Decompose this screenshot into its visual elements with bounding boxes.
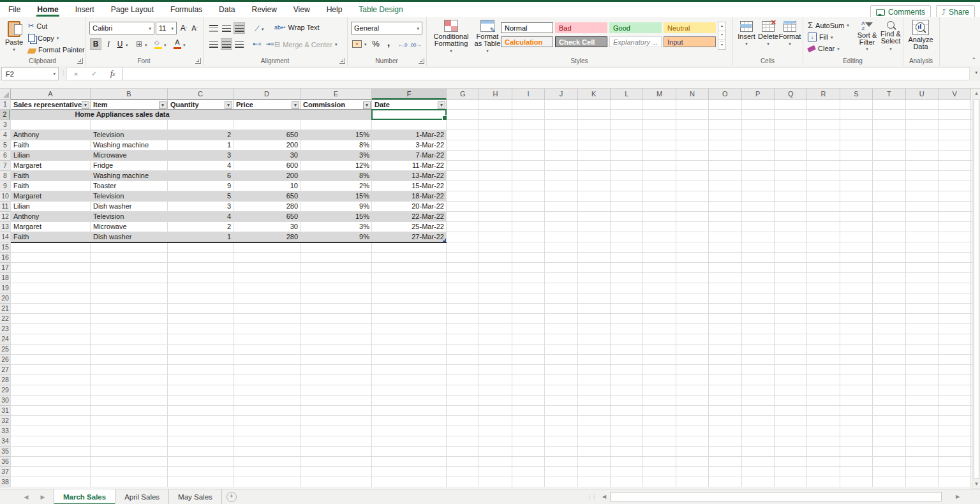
center-button[interactable] bbox=[221, 38, 232, 50]
conditional-formatting-button[interactable]: Conditional Formatting ▾ bbox=[433, 20, 470, 53]
underline-options-caret[interactable]: ▾ bbox=[126, 43, 128, 47]
row-header-16[interactable]: 16 bbox=[0, 253, 11, 263]
row-header-5[interactable]: 5 bbox=[0, 140, 11, 151]
vertical-scrollbar[interactable]: ▲ ▼ bbox=[972, 89, 980, 489]
cell-style-check-cell[interactable]: Check Cell bbox=[555, 36, 607, 47]
table-cell[interactable]: 15% bbox=[301, 130, 372, 140]
table-cell[interactable]: Washing machine bbox=[91, 140, 168, 151]
table-cell[interactable]: 27-Mar-22 bbox=[372, 232, 447, 242]
row-header-10[interactable]: 10 bbox=[0, 191, 11, 202]
table-cell[interactable]: 30 bbox=[234, 222, 301, 232]
table-cell[interactable]: 1 bbox=[168, 140, 234, 151]
column-header-N[interactable]: N bbox=[676, 89, 709, 100]
row-header-4[interactable]: 4 bbox=[0, 130, 11, 140]
row-header-19[interactable]: 19 bbox=[0, 283, 11, 293]
column-header-R[interactable]: R bbox=[807, 89, 840, 100]
table-cell[interactable]: Television bbox=[91, 130, 168, 140]
sheet-nav-right-icon[interactable]: ▶ bbox=[34, 489, 51, 504]
sort-filter-button[interactable]: AZ Sort & Filter ▾ bbox=[855, 21, 879, 51]
font-size-combo[interactable]: 11 ▾ bbox=[156, 22, 177, 34]
fill-color-button[interactable]: ◇ bbox=[152, 38, 164, 50]
table-cell[interactable]: 3-Mar-22 bbox=[372, 140, 447, 151]
row-header-31[interactable]: 31 bbox=[0, 406, 11, 416]
selected-cell[interactable] bbox=[371, 109, 447, 120]
ribbon-tab-formulas[interactable]: Formulas bbox=[162, 2, 211, 17]
italic-button[interactable]: I bbox=[103, 38, 114, 50]
table-cell[interactable]: 6 bbox=[168, 171, 234, 181]
vertical-scroll-thumb[interactable] bbox=[974, 99, 979, 479]
row-header-35[interactable]: 35 bbox=[0, 447, 11, 457]
row-header-8[interactable]: 8 bbox=[0, 171, 11, 181]
collapse-ribbon-button[interactable]: ⌃ bbox=[971, 57, 976, 63]
table-cell[interactable]: Faith bbox=[11, 232, 91, 242]
table-header-price[interactable]: Price▾ bbox=[234, 100, 301, 110]
table-header-date[interactable]: Date▾ bbox=[372, 100, 447, 110]
scroll-right-icon[interactable]: ▶ bbox=[953, 494, 962, 500]
wrap-text-button[interactable]: ab↩ Wrap Text bbox=[274, 24, 320, 31]
row-header-28[interactable]: 28 bbox=[0, 375, 11, 385]
table-cell[interactable]: 600 bbox=[234, 161, 301, 171]
sheet-tab-april-sales[interactable]: April Sales bbox=[115, 489, 169, 504]
column-header-D[interactable]: D bbox=[234, 89, 301, 100]
decrease-decimal-button[interactable]: .00→ bbox=[410, 39, 421, 50]
name-box[interactable]: F2 ▾ bbox=[1, 67, 59, 80]
formula-bar-expand-icon[interactable]: ▾ bbox=[975, 70, 977, 75]
column-header-B[interactable]: B bbox=[91, 89, 168, 100]
table-cell[interactable]: 30 bbox=[234, 151, 301, 161]
table-cell[interactable]: Anthony bbox=[11, 212, 91, 222]
insert-cells-button[interactable]: Insert ▾ bbox=[736, 21, 757, 46]
row-header-22[interactable]: 22 bbox=[0, 314, 11, 324]
table-cell[interactable]: Dish washer bbox=[91, 232, 168, 242]
shrink-font-button[interactable]: Aˇ bbox=[189, 22, 200, 34]
table-cell[interactable]: 3 bbox=[168, 151, 234, 161]
row-header-6[interactable]: 6 bbox=[0, 151, 11, 161]
filter-dropdown-icon[interactable]: ▾ bbox=[159, 101, 167, 109]
fill-color-caret[interactable]: ▾ bbox=[164, 43, 167, 47]
column-header-G[interactable]: G bbox=[447, 89, 479, 100]
column-header-K[interactable]: K bbox=[578, 89, 611, 100]
find-select-button[interactable]: Find & Select ▾ bbox=[879, 21, 902, 51]
row-header-11[interactable]: 11 bbox=[0, 202, 11, 212]
gallery-scroll-up-button[interactable]: ▴ bbox=[718, 22, 726, 31]
font-color-button[interactable]: A bbox=[172, 38, 183, 50]
table-cell[interactable]: Faith bbox=[11, 181, 91, 191]
table-cell[interactable]: 650 bbox=[234, 212, 301, 222]
selection-fill-handle[interactable] bbox=[442, 115, 447, 121]
gallery-expand-button[interactable]: —▾ bbox=[718, 40, 726, 50]
column-header-E[interactable]: E bbox=[301, 89, 372, 100]
table-cell[interactable]: 5 bbox=[168, 191, 234, 202]
delete-cells-button[interactable]: ✕ Delete ▾ bbox=[758, 21, 778, 46]
decrease-indent-button[interactable]: ⇤≡ bbox=[251, 38, 263, 50]
table-cell[interactable]: 7-Mar-22 bbox=[372, 151, 447, 161]
sheet-tab-march-sales[interactable]: March Sales bbox=[54, 489, 115, 504]
column-header-P[interactable]: P bbox=[742, 89, 775, 100]
font-color-caret[interactable]: ▾ bbox=[183, 43, 186, 47]
table-cell[interactable]: 200 bbox=[234, 171, 301, 181]
percent-style-button[interactable]: % bbox=[370, 38, 382, 49]
ribbon-tab-file[interactable]: File bbox=[0, 2, 29, 17]
table-cell[interactable]: 15% bbox=[301, 212, 372, 222]
tab-scroll-splitter[interactable]: ⋮⋮ bbox=[587, 494, 596, 500]
clear-button[interactable]: Clear ▾ bbox=[808, 45, 840, 52]
row-header-3[interactable]: 3 bbox=[0, 120, 11, 130]
increase-decimal-button[interactable]: ←.0 bbox=[397, 39, 408, 50]
insert-function-icon[interactable]: fx bbox=[110, 69, 115, 78]
ribbon-tab-table-design[interactable]: Table Design bbox=[350, 2, 411, 17]
table-cell[interactable]: 25-Mar-22 bbox=[372, 222, 447, 232]
column-header-C[interactable]: C bbox=[168, 89, 234, 100]
row-header-9[interactable]: 9 bbox=[0, 181, 11, 191]
formula-input[interactable] bbox=[122, 67, 970, 80]
align-right-button[interactable] bbox=[234, 38, 245, 50]
column-header-A[interactable]: A bbox=[11, 89, 91, 100]
clipboard-dialog-launcher[interactable] bbox=[77, 58, 83, 64]
name-box-caret[interactable]: ▾ bbox=[53, 71, 58, 76]
row-header-23[interactable]: 23 bbox=[0, 324, 11, 334]
horizontal-scroll-thumb[interactable] bbox=[610, 492, 942, 501]
row-header-18[interactable]: 18 bbox=[0, 273, 11, 283]
filter-dropdown-icon[interactable]: ▾ bbox=[82, 101, 89, 109]
table-cell[interactable]: 10 bbox=[234, 181, 301, 191]
table-cell[interactable]: 280 bbox=[234, 202, 301, 212]
top-align-button[interactable] bbox=[208, 22, 219, 34]
table-cell[interactable]: Faith bbox=[11, 140, 91, 151]
column-header-T[interactable]: T bbox=[873, 89, 905, 100]
